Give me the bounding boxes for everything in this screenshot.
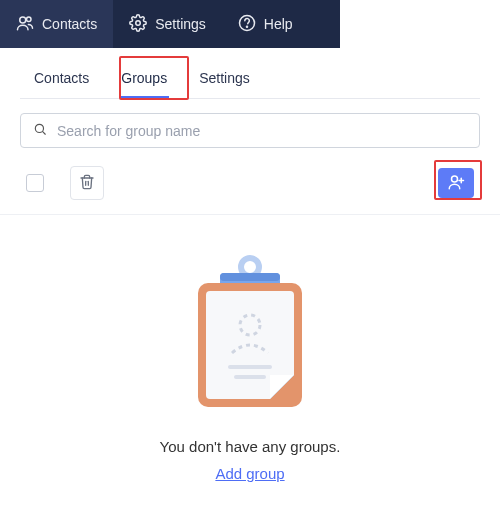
contacts-icon (16, 14, 34, 35)
svg-point-1 (27, 17, 32, 22)
empty-message: You don't have any groups. (160, 438, 341, 455)
toolbar (20, 162, 480, 214)
nav-contacts[interactable]: Contacts (0, 0, 113, 48)
svg-rect-16 (228, 365, 272, 369)
svg-point-4 (246, 26, 247, 27)
gear-icon (129, 14, 147, 35)
tab-contacts[interactable]: Contacts (20, 60, 103, 98)
svg-point-2 (136, 20, 141, 25)
delete-button[interactable] (70, 166, 104, 200)
search-icon (33, 122, 47, 139)
clipboard-illustration-icon (180, 253, 320, 416)
svg-point-3 (239, 15, 254, 30)
add-group-button[interactable] (438, 168, 474, 198)
nav-settings[interactable]: Settings (113, 0, 222, 48)
nav-settings-label: Settings (155, 16, 206, 32)
tab-settings[interactable]: Settings (185, 60, 264, 98)
nav-help-label: Help (264, 16, 293, 32)
topbar-blank-area (340, 0, 500, 48)
empty-state: You don't have any groups. Add group (20, 215, 480, 482)
svg-point-0 (20, 17, 26, 23)
add-group-link[interactable]: Add group (215, 465, 284, 482)
nav-help[interactable]: Help (222, 0, 309, 48)
tab-groups-label: Groups (121, 70, 167, 86)
svg-rect-17 (234, 375, 266, 379)
tab-contacts-label: Contacts (34, 70, 89, 86)
select-all-checkbox[interactable] (26, 174, 44, 192)
search-box[interactable] (20, 113, 480, 148)
svg-rect-12 (220, 273, 280, 281)
svg-line-6 (43, 132, 46, 135)
svg-point-5 (35, 124, 43, 132)
nav-contacts-label: Contacts (42, 16, 97, 32)
help-icon (238, 14, 256, 35)
search-input[interactable] (57, 123, 467, 139)
trash-icon (79, 174, 95, 193)
tabs: Contacts Groups Settings (20, 60, 480, 99)
tab-settings-label: Settings (199, 70, 250, 86)
top-navbar: Contacts Settings Help (0, 0, 500, 48)
svg-point-7 (452, 176, 458, 182)
tab-groups[interactable]: Groups (107, 60, 181, 98)
add-group-icon (447, 173, 465, 194)
